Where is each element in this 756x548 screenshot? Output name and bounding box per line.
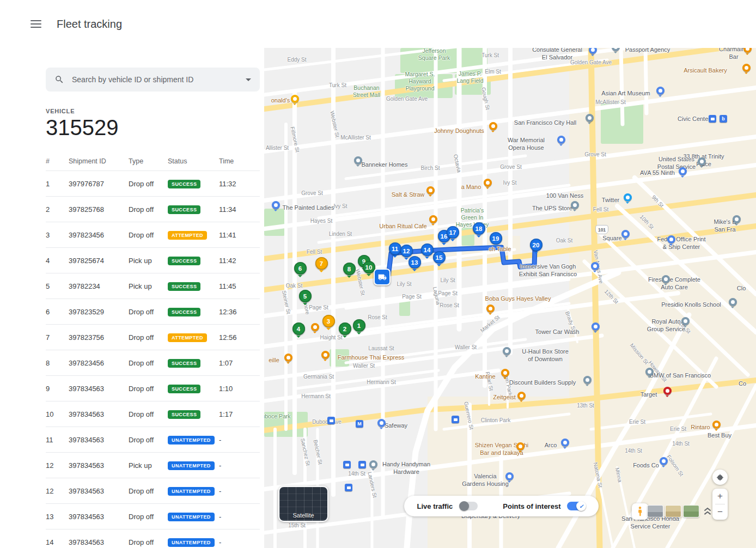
- service-poi-pin[interactable]: [733, 215, 741, 223]
- shop-poi-pin[interactable]: [377, 419, 386, 427]
- dropdown-caret-icon[interactable]: [246, 78, 251, 81]
- shipment-row[interactable]: 6397823529Drop offSUCCESS12:36: [46, 299, 260, 325]
- service-poi-pin[interactable]: [729, 298, 737, 306]
- transit-station-icon[interactable]: b: [720, 115, 727, 123]
- route-stop-marker[interactable]: 13: [409, 256, 421, 269]
- shipment-row[interactable]: 1397976787Drop offSUCCESS11:32: [46, 171, 260, 197]
- collapse-controls-icon[interactable]: [703, 506, 712, 517]
- shipment-row[interactable]: 14397834563Drop offUNATTEMPTED-: [46, 529, 260, 548]
- my-location-button[interactable]: [712, 470, 728, 485]
- service-poi-pin[interactable]: [369, 460, 377, 468]
- transit-station-icon[interactable]: [709, 115, 716, 123]
- service-poi-pin[interactable]: [503, 347, 511, 355]
- food-poi-pin[interactable]: [517, 392, 526, 400]
- shipment-row[interactable]: 3397823456Drop offATTEMPTED11:41: [46, 222, 260, 248]
- service-poi-pin[interactable]: [662, 275, 670, 283]
- route-stop-marker[interactable]: 3: [322, 315, 335, 327]
- route-stop-marker[interactable]: 18: [473, 222, 485, 235]
- food-poi-pin[interactable]: [284, 354, 292, 362]
- shipment-row[interactable]: 10397834563Drop offSUCCESS1:17: [46, 401, 260, 427]
- shipment-row[interactable]: 4397825674Pick upSUCCESS11:42: [46, 248, 260, 273]
- route-stop-marker[interactable]: 8: [343, 263, 356, 275]
- food-poi-pin[interactable]: [486, 305, 495, 313]
- shipment-row[interactable]: 8397823456Drop offSUCCESS1:07: [46, 350, 260, 376]
- target-poi-pin[interactable]: [663, 387, 672, 395]
- imagery-thumbnails[interactable]: [647, 505, 699, 517]
- shipment-row[interactable]: 9397834563Drop offSUCCESS1:10: [46, 376, 260, 401]
- route-stop-marker[interactable]: 20: [530, 239, 542, 251]
- satellite-toggle-button[interactable]: Satellite: [278, 486, 328, 522]
- food-poi-pin[interactable]: [743, 48, 752, 53]
- service-poi-pin[interactable]: [592, 322, 600, 331]
- service-poi-pin[interactable]: [645, 368, 654, 376]
- route-stop-marker[interactable]: 5: [299, 290, 312, 302]
- service-poi-pin[interactable]: [612, 48, 620, 51]
- route-stop-marker[interactable]: 1: [353, 319, 365, 332]
- service-poi-pin[interactable]: [354, 156, 362, 165]
- shipment-row[interactable]: 2397825768Drop offSUCCESS11:34: [46, 197, 260, 222]
- food-poi-pin[interactable]: [311, 323, 319, 331]
- transit-station-icon[interactable]: [345, 484, 352, 491]
- zoom-out-button[interactable]: −: [712, 504, 728, 520]
- food-poi-pin[interactable]: [291, 95, 299, 103]
- route-stop-marker[interactable]: 14: [421, 243, 434, 256]
- route-stop-marker[interactable]: 6: [294, 262, 307, 275]
- route-stop-marker[interactable]: 17: [447, 226, 459, 239]
- pegman-button[interactable]: [632, 503, 648, 520]
- shipment-row[interactable]: 539782234Pick upSUCCESS11:45: [46, 273, 260, 299]
- poi-pin[interactable]: [505, 472, 514, 480]
- food-poi-pin[interactable]: [501, 369, 509, 377]
- route-stop-marker[interactable]: 2: [339, 322, 351, 335]
- service-poi-pin[interactable]: [583, 376, 592, 384]
- streetview-thumbnail[interactable]: [647, 505, 663, 517]
- live-traffic-toggle[interactable]: [459, 502, 478, 510]
- search-box[interactable]: [46, 68, 260, 92]
- shipment-row[interactable]: 13397834563Drop offUNATTEMPTED-: [46, 504, 260, 529]
- attraction-poi-pin[interactable]: [557, 136, 565, 144]
- transit-station-icon[interactable]: [327, 417, 335, 424]
- food-poi-pin[interactable]: [516, 442, 525, 450]
- shipment-row[interactable]: 12397834563Pick upUNATTEMPTED-: [46, 453, 260, 478]
- food-poi-pin[interactable]: [489, 122, 497, 130]
- poi-pin[interactable]: [589, 48, 597, 54]
- food-poi-pin[interactable]: [712, 421, 721, 429]
- route-stop-marker[interactable]: 4: [292, 322, 305, 335]
- hamburger-menu-icon[interactable]: [31, 20, 41, 28]
- attraction-poi-pin[interactable]: [656, 87, 664, 95]
- map-canvas[interactable]: Eddy StTurk StTurk StElm StGolden Gate A…: [264, 48, 756, 548]
- route-stop-marker[interactable]: 12: [400, 245, 413, 257]
- service-poi-pin[interactable]: [586, 114, 594, 122]
- imagery-thumbnail[interactable]: [683, 505, 699, 517]
- transit-station-icon[interactable]: M: [356, 420, 363, 428]
- imagery-thumbnail[interactable]: [665, 505, 681, 517]
- shipment-row[interactable]: 11397834563Drop offUNATTEMPTED-: [46, 427, 260, 453]
- zoom-in-button[interactable]: +: [712, 489, 728, 504]
- transit-station-icon[interactable]: [452, 416, 459, 423]
- poi-pin[interactable]: [679, 167, 687, 175]
- search-input[interactable]: [71, 75, 239, 84]
- transit-station-icon[interactable]: [343, 461, 351, 468]
- food-poi-pin[interactable]: [321, 351, 330, 359]
- route-stop-marker[interactable]: 15: [433, 251, 446, 264]
- points-of-interest-toggle[interactable]: ✓: [567, 502, 586, 510]
- shop-poi-pin[interactable]: [667, 235, 675, 243]
- service-poi-pin[interactable]: [571, 201, 579, 209]
- food-poi-pin[interactable]: [426, 186, 435, 194]
- vehicle-marker[interactable]: [374, 269, 391, 285]
- shipment-row[interactable]: 12397834563Drop offUNATTEMPTED-: [46, 478, 260, 504]
- route-stop-marker[interactable]: 11: [389, 242, 401, 255]
- service-poi-pin[interactable]: [698, 157, 706, 166]
- service-poi-pin[interactable]: [681, 317, 690, 325]
- attraction-poi-pin[interactable]: [272, 201, 280, 209]
- route-stop-marker[interactable]: 7: [315, 257, 328, 270]
- twitter-poi-pin[interactable]: [624, 193, 632, 202]
- food-poi-pin[interactable]: [742, 64, 751, 72]
- shipment-row[interactable]: 7397823756Drop offATTEMPTED12:56: [46, 325, 260, 350]
- route-stop-marker[interactable]: 19: [490, 232, 502, 245]
- attraction-poi-pin[interactable]: [591, 262, 599, 270]
- food-poi-pin[interactable]: [429, 215, 437, 223]
- shop-poi-pin[interactable]: [621, 230, 630, 238]
- shop-poi-pin[interactable]: [561, 439, 569, 447]
- food-poi-pin[interactable]: [484, 179, 492, 187]
- shop-poi-pin[interactable]: [660, 457, 668, 465]
